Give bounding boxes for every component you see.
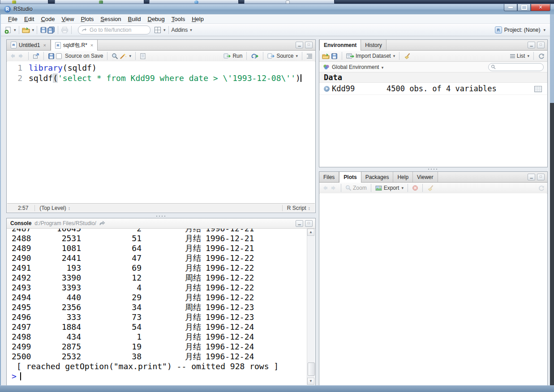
document-outline-button[interactable] (306, 53, 313, 59)
compile-notebook-button[interactable] (140, 53, 146, 60)
source-on-save-checkbox[interactable]: Source on Save (56, 53, 103, 59)
refresh-icon (538, 185, 545, 192)
tab-help[interactable]: Help (393, 172, 413, 182)
editor-tabstrip: R Untitled1 × R sqldf包.R* × ▁ □ (7, 40, 315, 51)
global-environment-icon (323, 64, 330, 70)
r-file-icon: R (55, 42, 61, 49)
tab-viewer[interactable]: Viewer (413, 172, 438, 182)
tab-plots[interactable]: Plots (339, 172, 361, 183)
previous-plot-button[interactable] (322, 185, 329, 191)
menu-file[interactable]: File (8, 16, 17, 22)
console-row: 249444029月结1996-12-22 (7, 293, 315, 303)
object-description: 4500 obs. of 4 variables (387, 84, 497, 93)
menu-code[interactable]: Code (41, 16, 55, 22)
tab-files[interactable]: Files (319, 172, 339, 182)
scope-selector[interactable]: (Top Level)↕ (34, 205, 75, 211)
rerun-button[interactable] (251, 53, 259, 59)
expand-object-icon[interactable] (324, 86, 330, 92)
doc-type-selector[interactable]: R Script↕ (282, 205, 315, 211)
pane-layout-button[interactable]: ▾ (154, 26, 166, 34)
tab-untitled1[interactable]: R Untitled1 × (7, 40, 51, 50)
minimize-button[interactable] (504, 4, 517, 11)
environment-toolbar: Import Dataset▾ List▾ (319, 51, 547, 62)
vertical-splitter-grip[interactable] (155, 215, 167, 217)
load-workspace-button[interactable] (322, 53, 330, 60)
scroll-down-icon[interactable]: ▼ (307, 378, 314, 385)
scroll-up-icon[interactable]: ▲ (307, 229, 314, 236)
source-icon (267, 53, 275, 59)
close-button[interactable]: ✕ (531, 4, 550, 11)
code-editor[interactable]: 1library(sqldf)2sqldf('select * from Kdd… (7, 61, 315, 204)
save-button[interactable] (40, 26, 47, 34)
clear-environment-button[interactable] (404, 53, 411, 60)
find-button[interactable] (112, 53, 118, 60)
object-name: Kdd99 (332, 84, 387, 93)
run-button[interactable]: Run (223, 53, 242, 59)
addins-button[interactable]: Addins▾ (172, 27, 192, 33)
menu-session[interactable]: Session (100, 16, 121, 22)
right-splitter-grip[interactable] (427, 168, 439, 170)
pane-minimize-icon[interactable]: ▁ (296, 220, 303, 227)
refresh-button[interactable] (538, 53, 545, 60)
new-file-button[interactable]: ▾ (4, 26, 16, 34)
environment-entry[interactable]: Kdd994500 obs. of 4 variables (319, 83, 547, 95)
print-button[interactable] (61, 26, 69, 34)
menu-tools[interactable]: Tools (172, 16, 185, 22)
console-output[interactable]: 2487100452月结1996-12-212488253151月结1996-1… (7, 229, 315, 385)
pane-maximize-icon[interactable]: □ (305, 220, 313, 227)
goto-file-box[interactable] (78, 26, 150, 34)
cursor-position: 2:57 (7, 205, 34, 211)
menu-plots[interactable]: Plots (81, 16, 94, 22)
forward-button[interactable] (17, 53, 24, 59)
pane-minimize-icon[interactable]: ▁ (528, 42, 535, 48)
tab-environment[interactable]: Environment (319, 40, 361, 51)
refresh-plots-button[interactable] (538, 185, 545, 192)
tab-history[interactable]: History (361, 40, 386, 50)
open-in-window-icon[interactable] (99, 221, 105, 226)
next-plot-button[interactable] (330, 185, 337, 191)
editor-statusbar: 2:57 (Top Level)↕ R Script↕ (7, 203, 315, 212)
save-file-button[interactable] (48, 53, 55, 60)
scrollbar-thumb[interactable] (308, 362, 315, 376)
export-plot-button[interactable]: Export▾ (375, 185, 404, 191)
open-file-button[interactable]: ▾ (22, 26, 34, 34)
close-tab-icon[interactable]: × (43, 43, 46, 48)
popout-button[interactable] (33, 53, 39, 59)
goto-file-input[interactable] (89, 26, 142, 34)
code-tools-button[interactable]: ▾ (120, 53, 131, 60)
project-button[interactable]: R Project: (None)▾ (495, 26, 545, 34)
close-tab-icon[interactable]: × (90, 43, 93, 48)
environment-search-box[interactable] (488, 63, 544, 71)
list-view-button[interactable]: List▾ (510, 53, 529, 59)
save-workspace-button[interactable] (331, 53, 338, 60)
pane-minimize-icon[interactable]: ▁ (528, 174, 535, 180)
maximize-button[interactable] (517, 4, 531, 11)
back-button[interactable] (9, 53, 16, 59)
view-data-grid-icon[interactable] (534, 86, 542, 92)
remove-plot-button[interactable] (412, 185, 418, 191)
menu-view[interactable]: View (61, 16, 74, 22)
console-prompt[interactable]: > (7, 371, 315, 381)
plot-display-area (320, 193, 547, 385)
export-image-icon (375, 185, 382, 191)
pane-maximize-icon[interactable]: □ (537, 42, 545, 48)
menu-help[interactable]: Help (192, 16, 204, 22)
tab-packages[interactable]: Packages (361, 172, 394, 182)
zoom-plot-button[interactable]: Zoom (345, 185, 367, 191)
source-button[interactable]: Source▾ (267, 53, 298, 59)
menu-edit[interactable]: Edit (24, 16, 34, 22)
pane-minimize-icon[interactable]: ▁ (296, 42, 303, 48)
pane-maximize-icon[interactable]: □ (537, 174, 545, 180)
clear-plots-button[interactable] (427, 185, 434, 192)
console-scrollbar[interactable]: ▲ ▼ (307, 229, 315, 385)
menu-build[interactable]: Build (128, 16, 141, 22)
import-dataset-button[interactable]: Import Dataset▾ (346, 53, 395, 59)
tab-sqldf-r[interactable]: R sqldf包.R* × (51, 40, 98, 51)
save-all-button[interactable] (47, 26, 55, 34)
pane-maximize-icon[interactable]: □ (305, 42, 313, 48)
environment-search-input[interactable] (497, 64, 539, 70)
titlebar[interactable]: R RStudio ✕ (0, 4, 554, 15)
environment-scope-selector[interactable]: Global Environment ▾ (332, 64, 383, 70)
rerun-icon (251, 53, 259, 59)
menu-debug[interactable]: Debug (148, 16, 165, 22)
